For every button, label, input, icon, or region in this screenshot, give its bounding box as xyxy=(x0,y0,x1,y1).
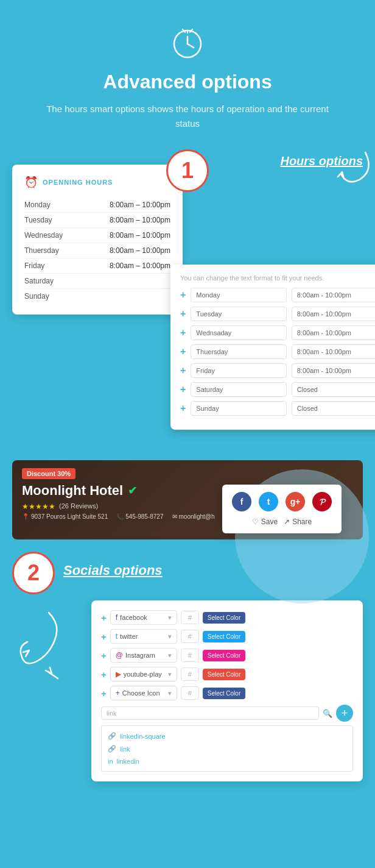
share-button[interactable]: ↗ Share xyxy=(284,518,312,526)
social-editor-row[interactable]: + + Choose Icon ▾ Select Color xyxy=(101,686,353,700)
search-icon: 🔍 xyxy=(323,709,332,718)
save-button[interactable]: ♡ Save xyxy=(252,518,278,526)
editor-time-input[interactable] xyxy=(292,344,375,359)
svg-line-2 xyxy=(188,44,194,48)
hours-editor-row[interactable]: + xyxy=(180,363,375,378)
hours-editor-row[interactable]: + xyxy=(180,326,375,340)
chevron-down-icon: ▾ xyxy=(168,633,172,641)
select-color-button[interactable]: Select Color xyxy=(203,631,245,642)
social-dropdown-list: 🔗linkedin-square🔗linkinlinkedin xyxy=(101,725,353,772)
day-name: Thuersday xyxy=(24,246,59,255)
section-1-hours: 1 Hours options ⏰ OPENNING HOURS Monday8… xyxy=(0,149,375,430)
editor-time-input[interactable] xyxy=(292,382,375,397)
select-color-button[interactable]: Select Color xyxy=(203,650,245,661)
editor-day-input[interactable] xyxy=(191,326,286,340)
dropdown-item[interactable]: 🔗link xyxy=(102,742,352,755)
day-name: Friday xyxy=(24,261,44,270)
editor-time-input[interactable] xyxy=(292,363,375,378)
editor-day-input[interactable] xyxy=(191,363,286,378)
opening-hours-row: Friday8:00am – 10:00pm xyxy=(24,258,170,274)
hotel-phone: 📞 545-985-8727 xyxy=(116,513,163,520)
social-hash-input[interactable] xyxy=(181,630,199,643)
twitter-icon[interactable]: t xyxy=(259,492,278,511)
social-icon-select[interactable]: @ Instagram ▾ xyxy=(110,648,177,663)
select-color-button[interactable]: Select Color xyxy=(203,669,245,680)
social-plus-icon[interactable]: + xyxy=(101,669,107,680)
social-editor-row[interactable]: + f facebook ▾ Select Color xyxy=(101,610,353,625)
editor-day-input[interactable] xyxy=(191,307,286,321)
social-icons-row[interactable]: f t g+ 𝓟 xyxy=(232,492,332,511)
dropdown-items-container[interactable]: 🔗linkedin-square🔗linkinlinkedin xyxy=(102,730,352,767)
social-name: Choose Icon xyxy=(122,689,160,697)
social-icon-select[interactable]: f facebook ▾ xyxy=(110,610,177,625)
day-name: Wednesday xyxy=(24,231,63,240)
hours-editor-row[interactable]: + xyxy=(180,344,375,359)
social-icon: + xyxy=(116,689,120,697)
social-plus-icon[interactable]: + xyxy=(101,650,107,661)
editor-plus-icon[interactable]: + xyxy=(180,290,186,301)
select-color-button[interactable]: Select Color xyxy=(203,612,245,624)
social-editor-row[interactable]: + ▶ youtube-play ▾ Select Color xyxy=(101,667,353,681)
hours-editor-row[interactable]: + xyxy=(180,307,375,321)
social-hash-input[interactable] xyxy=(181,686,199,700)
header-section: Advanced options The hours smart options… xyxy=(0,0,375,149)
opening-hours-row: Thuersday8:00am – 10:00pm xyxy=(24,243,170,258)
hours-editor-rows[interactable]: + + + + + + + xyxy=(180,288,375,416)
section-2-hotel: Discount 30% Moonlight Hotel ✔ ★★★★★ (26… xyxy=(0,460,375,539)
editor-day-input[interactable] xyxy=(191,344,286,359)
editor-day-input[interactable] xyxy=(191,401,286,416)
day-hours: 8:00am – 10:00pm xyxy=(110,261,170,270)
social-actions[interactable]: ♡ Save ↗ Share xyxy=(232,518,332,526)
svg-line-6 xyxy=(49,672,58,678)
editor-time-input[interactable] xyxy=(292,401,375,416)
editor-time-input[interactable] xyxy=(292,288,375,302)
hours-editor-row[interactable]: + xyxy=(180,288,375,302)
section1-badge: 1 xyxy=(166,149,209,192)
link-search-row[interactable]: 🔍 + xyxy=(101,705,353,722)
link-input[interactable] xyxy=(101,706,319,720)
facebook-icon[interactable]: f xyxy=(232,492,251,511)
social-hash-input[interactable] xyxy=(181,649,199,662)
editor-plus-icon[interactable]: + xyxy=(180,365,186,376)
location-icon: 📍 xyxy=(22,513,29,520)
social-hash-input[interactable] xyxy=(181,667,199,681)
opening-hours-row: Wednesday8:00am – 10:00pm xyxy=(24,228,170,243)
social-icon: t xyxy=(116,632,117,641)
editor-plus-icon[interactable]: + xyxy=(180,327,186,338)
add-social-button[interactable]: + xyxy=(336,705,353,722)
hotel-email: ✉ moonlight@h xyxy=(172,513,215,520)
social-icon-select[interactable]: + Choose Icon ▾ xyxy=(110,686,177,700)
editor-time-input[interactable] xyxy=(292,307,375,321)
section2-badge: 2 xyxy=(12,552,55,594)
social-editor-row[interactable]: + @ Instagram ▾ Select Color xyxy=(101,648,353,663)
dropdown-item-label: linkedin-square xyxy=(120,733,166,740)
dropdown-item[interactable]: inlinkedin xyxy=(102,755,352,767)
social-hash-input[interactable] xyxy=(181,611,199,624)
editor-plus-icon[interactable]: + xyxy=(180,346,186,357)
opening-hours-row: Saturday xyxy=(24,274,170,289)
social-icon-select[interactable]: t twitter ▾ xyxy=(110,629,177,644)
social-name: facebook xyxy=(120,614,147,621)
social-plus-icon[interactable]: + xyxy=(101,613,107,623)
dropdown-icon: 🔗 xyxy=(108,745,116,753)
social-editor-rows[interactable]: + f facebook ▾ Select Color + t twitter … xyxy=(101,610,353,700)
hotel-address: 📍 9037 Pouros Light Suite 521 xyxy=(22,513,108,520)
social-plus-icon[interactable]: + xyxy=(101,688,107,699)
social-plus-icon[interactable]: + xyxy=(101,631,107,642)
editor-plus-icon[interactable]: + xyxy=(180,308,186,319)
googleplus-icon[interactable]: g+ xyxy=(286,492,305,511)
hours-editor-row[interactable]: + xyxy=(180,401,375,416)
dropdown-item[interactable]: 🔗linkedin-square xyxy=(102,730,352,742)
editor-plus-icon[interactable]: + xyxy=(180,384,186,395)
pinterest-icon[interactable]: 𝓟 xyxy=(312,492,332,511)
editor-plus-icon[interactable]: + xyxy=(180,403,186,414)
editor-day-input[interactable] xyxy=(191,382,286,397)
editor-time-input[interactable] xyxy=(292,326,375,340)
social-icon-select[interactable]: ▶ youtube-play ▾ xyxy=(110,667,177,681)
dropdown-icon: in xyxy=(108,758,113,765)
editor-day-input[interactable] xyxy=(191,288,286,302)
select-color-button[interactable]: Select Color xyxy=(203,688,245,699)
hours-editor-row[interactable]: + xyxy=(180,382,375,397)
social-editor-row[interactable]: + t twitter ▾ Select Color xyxy=(101,629,353,644)
page-title: Advanced options xyxy=(37,71,338,93)
